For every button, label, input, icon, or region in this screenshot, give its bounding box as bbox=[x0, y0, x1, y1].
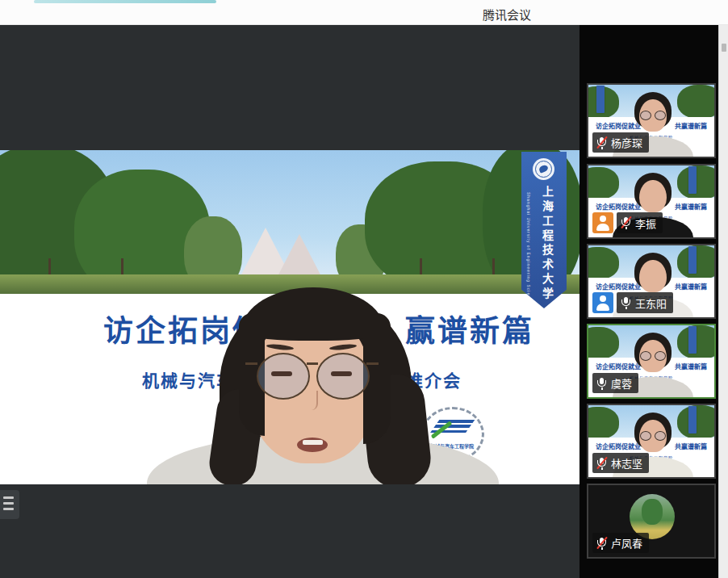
participant-tile-lizhen[interactable]: 访企拓岗促就业共赢谱新篇 机械与汽车工程学院 李振 bbox=[587, 164, 716, 239]
participant-name: 李振 bbox=[635, 216, 656, 231]
name-pill: 王东阳 bbox=[617, 292, 673, 313]
person-badge-icon bbox=[592, 292, 613, 313]
participant-name: 虞蓉 bbox=[611, 375, 632, 391]
participant-name: 杨彦琛 bbox=[611, 135, 642, 150]
name-pill: 李振 bbox=[617, 212, 663, 233]
participant-tile-yurong[interactable]: 访企拓岗促就业共赢谱新篇 机械与汽车工程学院 虞蓉 bbox=[587, 324, 716, 399]
name-pill: 林志坚 bbox=[592, 453, 649, 473]
person-badge-icon bbox=[592, 212, 613, 233]
mic-on-icon bbox=[596, 377, 607, 390]
sidebar-scrollbar[interactable] bbox=[718, 24, 728, 578]
participant-tile-wangdongyang[interactable]: 访企拓岗促就业共赢谱新篇 机械与汽车工程学院 王东阳 bbox=[587, 244, 716, 319]
participant-tile-lufengchun[interactable]: 卢凤春 bbox=[587, 484, 716, 559]
layout-list-button[interactable] bbox=[0, 490, 19, 519]
main-video-stage[interactable]: 上海工程技术大学 Shanghai University of Engineer… bbox=[0, 150, 579, 484]
glasses-icon bbox=[638, 351, 667, 361]
mic-on-icon bbox=[621, 296, 631, 309]
name-pill: 虞蓉 bbox=[592, 373, 638, 393]
list-icon bbox=[3, 496, 14, 499]
participants-sidebar: 访企拓岗促就业共赢谱新篇 机械与汽车工程学院 杨彦琛 访企拓岗促就业共赢谱新篇 bbox=[579, 24, 718, 578]
name-pill: 卢凤春 bbox=[592, 533, 649, 553]
participant-tile-linzhijian[interactable]: 访企拓岗促就业共赢谱新篇 机械与汽车工程学院 林志坚 bbox=[587, 404, 716, 479]
mic-muted-icon bbox=[621, 216, 631, 229]
mic-muted-icon bbox=[596, 457, 607, 470]
participant-name: 卢凤春 bbox=[611, 535, 642, 551]
mic-muted-icon bbox=[596, 537, 607, 550]
titlebar: 腾讯会议 bbox=[0, 0, 728, 25]
name-pill: 杨彦琛 bbox=[592, 132, 649, 153]
glasses-icon bbox=[638, 431, 667, 441]
app-window: 腾讯会议 上海工程技术大学 Shanghai University of Eng… bbox=[0, 0, 728, 578]
speaker-figure bbox=[0, 150, 579, 484]
app-title: 腾讯会议 bbox=[483, 6, 531, 23]
participant-tile-yangyanchen[interactable]: 访企拓岗促就业共赢谱新篇 机械与汽车工程学院 杨彦琛 bbox=[587, 83, 716, 158]
tab-indicator bbox=[34, 0, 216, 3]
participant-name: 王东阳 bbox=[635, 295, 667, 311]
main-stage: 上海工程技术大学 Shanghai University of Engineer… bbox=[0, 24, 579, 578]
participant-name: 林志坚 bbox=[611, 455, 642, 471]
mic-muted-icon bbox=[596, 136, 607, 149]
glasses-icon bbox=[638, 111, 667, 120]
